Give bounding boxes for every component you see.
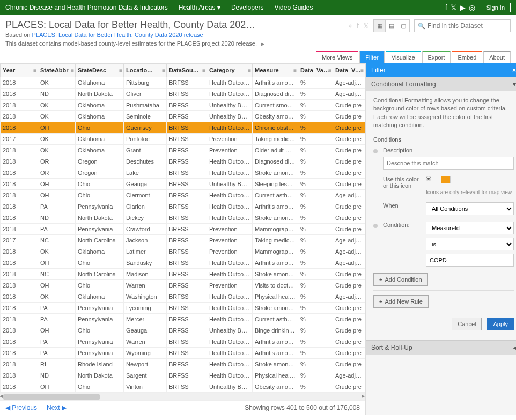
- table-cell[interactable]: Obesity amo…: [253, 381, 298, 393]
- table-cell[interactable]: Lake: [124, 167, 167, 179]
- table-cell[interactable]: Sargent: [124, 370, 167, 381]
- table-cell[interactable]: BRFSS: [167, 314, 207, 325]
- table-cell[interactable]: Deschutes: [124, 156, 167, 167]
- table-cell[interactable]: BRFSS: [167, 257, 207, 269]
- table-row[interactable]: 2018PAPennsylvaniaClarionBRFSSHealth Out…: [1, 201, 365, 212]
- table-cell[interactable]: Health Outco…: [207, 77, 253, 89]
- youtube-icon[interactable]: ▶: [460, 3, 466, 12]
- table-cell[interactable]: Health Outco…: [207, 303, 253, 314]
- table-cell[interactable]: Unhealthy Be…: [207, 381, 253, 393]
- table-cell[interactable]: Health Outco…: [207, 156, 253, 167]
- table-cell[interactable]: Crude pre: [333, 336, 365, 348]
- table-cell[interactable]: %: [298, 314, 333, 325]
- table-cell[interactable]: OH: [38, 280, 76, 291]
- table-cell[interactable]: ND: [38, 212, 76, 224]
- table-cell[interactable]: Latimer: [124, 246, 167, 257]
- table-cell[interactable]: Taking medic…: [253, 134, 298, 145]
- table-cell[interactable]: 2017: [1, 134, 38, 145]
- table-cell[interactable]: BRFSS: [167, 246, 207, 257]
- next-link[interactable]: Next ▶: [47, 404, 67, 411]
- table-row[interactable]: 2018OKOklahomaGrantBRFSSPreventionOlder …: [1, 145, 365, 156]
- table-cell[interactable]: Current smo…: [253, 100, 298, 111]
- table-row[interactable]: 2018NCNorth CarolinaMadisonBRFSSHealth O…: [1, 269, 365, 280]
- table-cell[interactable]: %: [298, 269, 333, 280]
- table-cell[interactable]: Oregon: [76, 167, 124, 179]
- table-cell[interactable]: Unhealthy Be…: [207, 111, 253, 122]
- table-cell[interactable]: Diagnosed di…: [253, 89, 298, 100]
- table-cell[interactable]: OH: [38, 257, 76, 269]
- table-cell[interactable]: Health Outco…: [207, 167, 253, 179]
- table-cell[interactable]: Crude pre: [333, 145, 365, 156]
- table-cell[interactable]: OK: [38, 145, 76, 156]
- table-cell[interactable]: Binge drinkin…: [253, 325, 298, 336]
- table-cell[interactable]: Health Outco…: [207, 348, 253, 359]
- table-cell[interactable]: Pennsylvania: [76, 314, 124, 325]
- table-cell[interactable]: RI: [38, 359, 76, 370]
- table-cell[interactable]: Unhealthy Be…: [207, 325, 253, 336]
- table-row[interactable]: 2018OKOklahomaPushmatahaBRFSSUnhealthy B…: [1, 100, 365, 111]
- table-cell[interactable]: Oklahoma: [76, 77, 124, 89]
- table-row[interactable]: 2018NDNorth DakotaDickeyBRFSSHealth Outc…: [1, 212, 365, 224]
- table-cell[interactable]: Prevention: [207, 224, 253, 235]
- tab-export[interactable]: Export: [422, 51, 451, 63]
- table-cell[interactable]: %: [298, 212, 333, 224]
- table-cell[interactable]: Crude pre: [333, 381, 365, 393]
- table-cell[interactable]: Health Outco…: [207, 269, 253, 280]
- horizontal-scrollbar[interactable]: [0, 393, 365, 400]
- table-cell[interactable]: PA: [38, 348, 76, 359]
- column-menu-icon[interactable]: ≡: [33, 68, 36, 73]
- table-cell[interactable]: 2018: [1, 246, 38, 257]
- table-cell[interactable]: BRFSS: [167, 111, 207, 122]
- table-cell[interactable]: Pontotoc: [124, 134, 167, 145]
- table-cell[interactable]: Sandusky: [124, 257, 167, 269]
- table-cell[interactable]: %: [298, 291, 333, 303]
- table-cell[interactable]: BRFSS: [167, 100, 207, 111]
- table-cell[interactable]: Pennsylvania: [76, 201, 124, 212]
- table-cell[interactable]: Crude pre: [333, 348, 365, 359]
- sort-rollup-header[interactable]: Sort & Roll-Up ◂: [366, 340, 516, 355]
- twitter-share-icon[interactable]: 𝕏: [363, 21, 369, 31]
- tab-about[interactable]: About: [483, 51, 511, 63]
- table-cell[interactable]: Newport: [124, 359, 167, 370]
- table-cell[interactable]: North Dakota: [76, 89, 124, 100]
- table-cell[interactable]: 2018: [1, 201, 38, 212]
- table-cell[interactable]: Health Outco…: [207, 336, 253, 348]
- table-cell[interactable]: Wyoming: [124, 348, 167, 359]
- table-cell[interactable]: Unhealthy Be…: [207, 179, 253, 190]
- table-cell[interactable]: %: [298, 89, 333, 100]
- when-select[interactable]: All Conditions: [426, 202, 514, 215]
- table-cell[interactable]: Madison: [124, 269, 167, 280]
- table-cell[interactable]: BRFSS: [167, 291, 207, 303]
- rss-icon[interactable]: ⌖: [348, 21, 352, 31]
- table-cell[interactable]: Ohio: [76, 179, 124, 190]
- table-cell[interactable]: Jackson: [124, 235, 167, 246]
- view-card-button[interactable]: ▢: [397, 20, 409, 32]
- column-menu-icon[interactable]: ≡: [248, 68, 251, 73]
- table-row[interactable]: 2018OHOhioClermontBRFSSHealth Outco…Curr…: [1, 190, 365, 201]
- table-cell[interactable]: Oklahoma: [76, 145, 124, 156]
- table-cell[interactable]: Current asth…: [253, 314, 298, 325]
- site-title-link[interactable]: Chronic Disease and Health Promotion Dat…: [5, 4, 168, 11]
- table-row[interactable]: 2018PAPennsylvaniaMercerBRFSSHealth Outc…: [1, 314, 365, 325]
- table-cell[interactable]: OK: [38, 77, 76, 89]
- table-cell[interactable]: OK: [38, 291, 76, 303]
- table-cell[interactable]: Oklahoma: [76, 246, 124, 257]
- table-cell[interactable]: %: [298, 156, 333, 167]
- condition-value-input[interactable]: [426, 254, 514, 267]
- scrollbar-thumb[interactable]: [3, 394, 100, 400]
- table-cell[interactable]: Diagnosed di…: [253, 156, 298, 167]
- table-cell[interactable]: Health Outco…: [207, 89, 253, 100]
- table-cell[interactable]: PA: [38, 336, 76, 348]
- table-cell[interactable]: Crude pre: [333, 156, 365, 167]
- table-cell[interactable]: %: [298, 325, 333, 336]
- table-cell[interactable]: Pushmataha: [124, 100, 167, 111]
- table-row[interactable]: 2018OHOhioGeaugaBRFSSUnhealthy Be…Sleepi…: [1, 179, 365, 190]
- table-cell[interactable]: Crude pre: [333, 314, 365, 325]
- table-cell[interactable]: BRFSS: [167, 235, 207, 246]
- table-cell[interactable]: BRFSS: [167, 145, 207, 156]
- table-row[interactable]: 2018NDNorth DakotaSargentBRFSSHealth Out…: [1, 370, 365, 381]
- table-cell[interactable]: %: [298, 167, 333, 179]
- table-cell[interactable]: Oklahoma: [76, 111, 124, 122]
- description-input[interactable]: [383, 157, 514, 170]
- table-cell[interactable]: Crude pre: [333, 201, 365, 212]
